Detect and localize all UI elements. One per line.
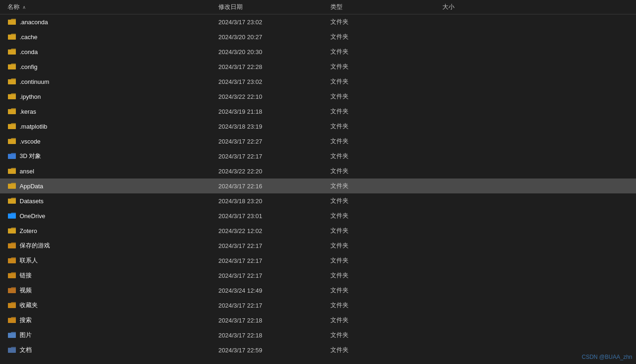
folder-icon bbox=[7, 197, 17, 205]
table-row[interactable]: .matplotlib 2024/3/18 23:19 文件夹 bbox=[0, 119, 636, 134]
folder-icon bbox=[7, 33, 17, 41]
file-name-cell: .keras bbox=[0, 108, 215, 115]
svg-rect-2 bbox=[8, 50, 16, 55]
file-name: .ipython bbox=[20, 93, 41, 100]
table-row[interactable]: ansel 2024/3/22 22:20 文件夹 bbox=[0, 164, 636, 179]
svg-rect-10 bbox=[10, 154, 14, 157]
file-type: 文件夹 bbox=[327, 197, 439, 205]
file-name: .conda bbox=[20, 48, 38, 55]
file-name-cell: 链接 bbox=[0, 271, 215, 280]
file-type: 文件夹 bbox=[327, 227, 439, 235]
folder-icon bbox=[7, 346, 17, 354]
file-date: 2024/3/17 22:59 bbox=[215, 347, 327, 354]
svg-rect-12 bbox=[8, 184, 16, 189]
table-row[interactable]: OneDrive 2024/3/17 23:01 文件夹 bbox=[0, 208, 636, 223]
svg-rect-23 bbox=[8, 333, 16, 338]
table-row[interactable]: .cache 2024/3/20 20:27 文件夹 bbox=[0, 29, 636, 44]
file-name: Datasets bbox=[20, 198, 43, 205]
svg-rect-16 bbox=[8, 229, 16, 234]
file-date: 2024/3/17 22:16 bbox=[215, 183, 327, 190]
file-name-cell: 收藏夹 bbox=[0, 301, 215, 309]
table-row[interactable]: 联系人 2024/3/17 22:17 文件夹 bbox=[0, 253, 636, 268]
table-row[interactable]: 3D 对象 2024/3/17 22:17 文件夹 bbox=[0, 149, 636, 164]
table-row[interactable]: 图片 2024/3/17 22:18 文件夹 bbox=[0, 328, 636, 343]
file-type: 文件夹 bbox=[327, 271, 439, 280]
folder-icon bbox=[7, 316, 17, 324]
file-name-cell: .anaconda bbox=[0, 18, 215, 26]
file-name-cell: 文档 bbox=[0, 346, 215, 354]
table-row[interactable]: Datasets 2024/3/18 23:20 文件夹 bbox=[0, 193, 636, 208]
table-row[interactable]: .anaconda 2024/3/17 23:02 文件夹 bbox=[0, 14, 636, 29]
file-name: .keras bbox=[20, 108, 36, 115]
header-size-col[interactable]: 大小 bbox=[439, 3, 532, 11]
file-type: 文件夹 bbox=[327, 331, 439, 339]
file-type: 文件夹 bbox=[327, 107, 439, 116]
file-type: 文件夹 bbox=[327, 301, 439, 309]
header-name-col[interactable]: 名称 ∧ bbox=[0, 3, 215, 11]
file-name: Zotero bbox=[20, 227, 37, 234]
watermark: CSDN @BUAA_zhn bbox=[582, 354, 632, 360]
file-type: 文件夹 bbox=[327, 18, 439, 26]
file-date: 2024/3/22 12:02 bbox=[215, 227, 327, 234]
file-name: .cache bbox=[20, 34, 37, 41]
file-date: 2024/3/17 23:01 bbox=[215, 213, 327, 220]
file-name-cell: 视频 bbox=[0, 286, 215, 295]
table-row[interactable]: 保存的游戏 2024/3/17 22:17 文件夹 bbox=[0, 238, 636, 253]
table-row[interactable]: .conda 2024/3/20 20:30 文件夹 bbox=[0, 44, 636, 59]
svg-rect-18 bbox=[8, 259, 16, 263]
file-list: .anaconda 2024/3/17 23:02 文件夹 .cache 202… bbox=[0, 14, 636, 364]
file-date: 2024/3/17 22:17 bbox=[215, 272, 327, 279]
header-type-label: 类型 bbox=[330, 3, 342, 10]
header-date-col[interactable]: 修改日期 bbox=[215, 3, 327, 11]
svg-point-15 bbox=[9, 215, 14, 218]
file-name: AppData bbox=[20, 183, 43, 190]
file-name-cell: AppData bbox=[0, 182, 215, 190]
file-type: 文件夹 bbox=[327, 346, 439, 354]
folder-icon bbox=[7, 93, 17, 100]
file-date: 2024/3/17 22:17 bbox=[215, 153, 327, 160]
file-name-cell: OneDrive bbox=[0, 212, 215, 220]
table-row[interactable]: .continuum 2024/3/17 23:02 文件夹 bbox=[0, 74, 636, 89]
file-name-cell: 搜索 bbox=[0, 316, 215, 324]
file-date: 2024/3/18 23:20 bbox=[215, 198, 327, 205]
file-name: .vscode bbox=[20, 138, 41, 145]
folder-icon bbox=[7, 287, 17, 294]
file-type: 文件夹 bbox=[327, 241, 439, 250]
folder-icon bbox=[7, 152, 17, 160]
table-row[interactable]: .vscode 2024/3/17 22:27 文件夹 bbox=[0, 134, 636, 149]
file-type: 文件夹 bbox=[327, 137, 439, 145]
table-row[interactable]: AppData 2024/3/17 22:16 文件夹 bbox=[0, 179, 636, 193]
svg-rect-24 bbox=[8, 348, 16, 353]
file-name: 收藏夹 bbox=[20, 301, 38, 309]
table-row[interactable]: .keras 2024/3/19 21:18 文件夹 bbox=[0, 104, 636, 119]
file-name: .anaconda bbox=[20, 19, 48, 26]
table-row[interactable]: 视频 2024/3/24 12:49 文件夹 bbox=[0, 283, 636, 298]
file-name-cell: .conda bbox=[0, 48, 215, 55]
header-type-col[interactable]: 类型 bbox=[327, 3, 439, 11]
table-row[interactable]: 文档 2024/3/17 22:59 文件夹 bbox=[0, 343, 636, 357]
file-name-cell: .cache bbox=[0, 33, 215, 41]
file-name: 图片 bbox=[20, 331, 32, 339]
svg-rect-19 bbox=[8, 274, 16, 278]
folder-icon bbox=[7, 182, 17, 190]
svg-rect-20 bbox=[8, 288, 16, 293]
table-row[interactable]: 收藏夹 2024/3/17 22:17 文件夹 bbox=[0, 298, 636, 313]
svg-rect-5 bbox=[8, 95, 16, 99]
file-name-cell: .continuum bbox=[0, 78, 215, 85]
table-row[interactable]: .config 2024/3/17 22:28 文件夹 bbox=[0, 59, 636, 74]
file-name-cell: .config bbox=[0, 63, 215, 70]
file-name: 视频 bbox=[20, 286, 32, 295]
table-row[interactable]: 搜索 2024/3/17 22:18 文件夹 bbox=[0, 313, 636, 328]
folder-icon bbox=[7, 63, 17, 70]
file-date: 2024/3/17 22:27 bbox=[215, 138, 327, 145]
folder-icon bbox=[7, 78, 17, 85]
table-row[interactable]: .ipython 2024/3/22 22:10 文件夹 bbox=[0, 89, 636, 104]
file-name: .matplotlib bbox=[20, 123, 47, 130]
file-name-cell: Datasets bbox=[0, 197, 215, 205]
table-row[interactable]: Zotero 2024/3/22 12:02 文件夹 bbox=[0, 223, 636, 238]
file-date: 2024/3/22 22:10 bbox=[215, 93, 327, 100]
svg-rect-22 bbox=[8, 318, 16, 323]
svg-rect-17 bbox=[8, 244, 16, 248]
table-row[interactable]: 链接 2024/3/17 22:17 文件夹 bbox=[0, 268, 636, 283]
file-date: 2024/3/20 20:30 bbox=[215, 48, 327, 55]
